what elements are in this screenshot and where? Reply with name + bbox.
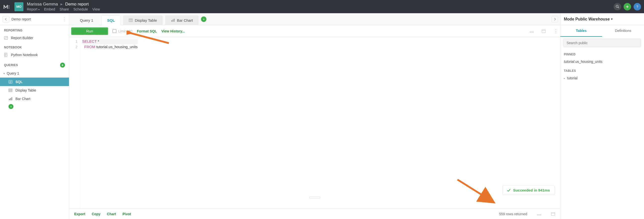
svg-point-0 [9,5,10,6]
sql-text: tutorial.us_housing_units [96,45,138,49]
sidebar-add-view-button[interactable]: + [0,103,69,111]
tab-label: Bar Chart [177,18,193,23]
datasource-selector[interactable]: Mode Public Warehouse ▾ [560,13,644,25]
line-gutter: 12 [69,37,80,208]
sidebar-item-label: SQL [16,80,23,84]
svg-rect-23 [12,97,12,100]
menu-view[interactable]: View [92,7,100,11]
svg-rect-36 [538,214,541,215]
sidebar-menu-button[interactable]: ⋮ [62,17,66,22]
rpanel-tab-tables[interactable]: Tables [560,25,602,37]
schema-search-input[interactable] [563,39,641,47]
table-icon [129,19,133,22]
caret-right-icon: ▸ [564,77,565,80]
tab-sql[interactable]: SQL [101,15,120,25]
notebook-icon [4,53,8,57]
sidebar-item-display-table[interactable]: Display Table [0,86,69,95]
chart-button[interactable]: Chart [107,212,116,216]
app-logo[interactable] [3,3,11,10]
svg-rect-32 [542,30,546,33]
sidebar-item-report-builder[interactable]: Report Builder [0,34,69,42]
sidebar-item-label: Report Builder [11,36,33,40]
caret-down-icon: ▾ [611,18,612,21]
sidebar-section-notebook: NOTEBOOK [0,42,69,51]
svg-rect-28 [171,20,172,22]
sidebar-section-reporting: REPORTING [0,25,69,34]
view-history-button[interactable]: View History... [161,29,185,33]
tab-bar-chart[interactable]: Bar Chart [165,15,198,25]
tab-label: Display Table [135,18,157,23]
annotation-arrow [456,178,498,205]
sidebar-query-name: Query 1 [7,71,19,75]
limit-checkbox-input[interactable] [112,29,116,33]
svg-rect-29 [172,20,173,22]
bar-chart-icon [8,97,13,101]
menu-share[interactable]: Share [60,7,69,11]
add-button[interactable] [624,3,631,11]
sidebar-back-button[interactable] [2,16,10,23]
sql-editor[interactable]: 12 SELECT * FROM tutorial.us_housing_uni… [69,37,560,208]
add-tab-button[interactable]: + [201,17,206,22]
export-button[interactable]: Export [74,212,85,216]
sidebar-item-label: Bar Chart [16,97,30,101]
plus-icon: + [8,104,14,109]
menu-embed[interactable]: Embed [44,7,55,11]
minimize-results-icon[interactable] [537,212,541,215]
rpanel-pinned-label: PINNED [560,49,644,58]
limit-checkbox[interactable]: Limit 100 [112,29,132,33]
tab-display-table[interactable]: Display Table [123,15,162,25]
sql-keyword: FROM [84,45,95,49]
tabs-next-button[interactable] [552,16,558,23]
svg-line-4 [618,7,619,8]
help-button[interactable]: ? [634,3,641,11]
svg-point-1 [9,7,10,7]
chart-line-icon [4,36,8,40]
search-button[interactable] [614,3,621,11]
add-query-button[interactable]: + [60,63,65,68]
bar-chart-icon [171,19,175,22]
sidebar-item-bar-chart[interactable]: Bar Chart [0,95,69,103]
sidebar-title: Demo report [12,17,60,21]
limit-label: Limit 100 [118,29,132,33]
user-avatar[interactable]: MO [14,2,24,11]
svg-point-3 [616,5,618,8]
schema-tree-item[interactable]: ▸ tutorial [560,74,644,82]
rpanel-tab-definitions[interactable]: Definitions [602,25,644,37]
copy-button[interactable]: Copy [92,212,100,216]
status-chip: Succeeded in 941ms [502,185,554,195]
svg-rect-22 [10,98,11,100]
maximize-results-icon[interactable] [551,212,555,216]
svg-line-35 [458,180,494,202]
svg-rect-24 [129,19,132,22]
minimize-icon[interactable] [530,30,534,33]
more-icon[interactable]: ⋮ [554,29,558,34]
sidebar-item-label: Display Table [16,88,36,92]
run-button[interactable]: Run [71,28,108,35]
rpanel-tables-label: TABLES [560,66,644,74]
sidebar-query-row[interactable]: ▾ Query 1 [0,69,69,78]
svg-point-2 [9,8,10,9]
sidebar-item-label: Python Notebook [11,53,38,57]
menu-schedule[interactable]: Schedule [74,7,88,11]
svg-rect-31 [530,32,534,33]
maximize-icon[interactable] [542,30,546,33]
sql-icon [8,80,13,84]
svg-rect-21 [9,99,10,100]
svg-rect-30 [174,19,174,22]
pinned-table-item[interactable]: tutorial.us_housing_units [560,58,644,66]
sidebar-item-sql[interactable]: SQL [0,78,69,86]
check-icon [507,189,510,192]
caret-down-icon: ▾ [4,72,5,75]
breadcrumb-report[interactable]: Demo report [65,2,89,6]
breadcrumb-user[interactable]: Marissa Gemma [27,2,58,6]
table-icon [8,89,13,92]
sql-keyword: SELECT [82,39,96,43]
resize-handle[interactable] [309,196,320,198]
menu-report[interactable]: Report ▾ [27,7,40,11]
tab-query[interactable]: Query 1 [74,15,99,25]
svg-rect-37 [551,212,555,215]
pivot-button[interactable]: Pivot [122,212,131,216]
rows-returned-label: 559 rows returned [499,212,527,216]
format-sql-button[interactable]: Format SQL [137,29,157,33]
sidebar-item-python-notebook[interactable]: Python Notebook [0,51,69,59]
